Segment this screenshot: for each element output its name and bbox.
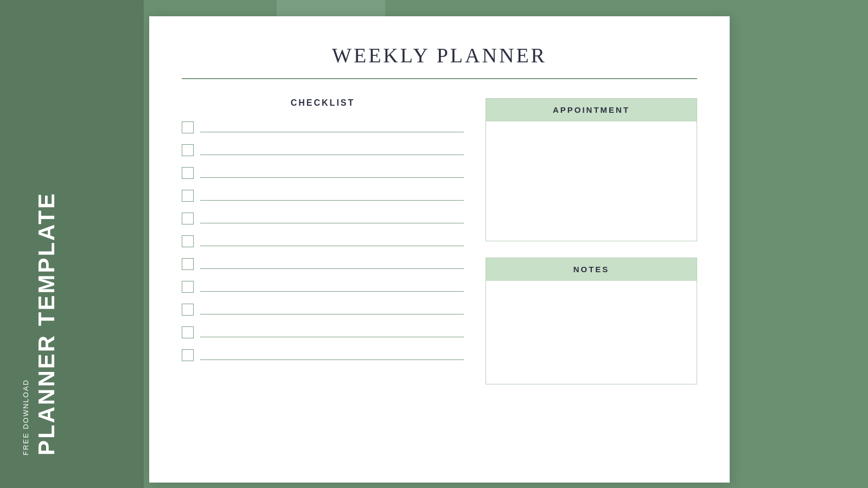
notes-header: NOTES [486, 258, 697, 281]
checkbox-5[interactable] [182, 213, 194, 224]
checklist-line-5 [200, 223, 464, 223]
checklist-line-1 [200, 132, 464, 132]
checklist-line-11 [200, 359, 464, 360]
checklist-items-list [182, 121, 464, 372]
checklist-line-9 [200, 314, 464, 314]
checklist-item [182, 190, 464, 203]
checklist-line-4 [200, 200, 464, 201]
checkbox-9[interactable] [182, 304, 194, 316]
page-title: WEEKLY PLANNER [182, 43, 697, 67]
checklist-line-7 [200, 268, 464, 269]
checkbox-6[interactable] [182, 235, 194, 247]
checkbox-10[interactable] [182, 326, 194, 338]
checkbox-7[interactable] [182, 258, 194, 270]
appointment-panel: APPOINTMENT [486, 98, 697, 241]
checklist-line-3 [200, 177, 464, 178]
checklist-item [182, 281, 464, 294]
right-column: APPOINTMENT NOTES [486, 98, 697, 451]
checklist-item [182, 121, 464, 134]
checkbox-3[interactable] [182, 167, 194, 179]
sidebar-free-download-label: FREE DOWNLOAD [22, 379, 30, 455]
checklist-item [182, 144, 464, 157]
appointment-body[interactable] [486, 121, 697, 241]
checklist-item [182, 213, 464, 226]
notes-body[interactable] [486, 281, 697, 384]
top-tab-decoration [277, 0, 385, 16]
checkbox-2[interactable] [182, 144, 194, 156]
title-divider [182, 78, 697, 79]
checklist-item [182, 349, 464, 362]
checklist-line-8 [200, 291, 464, 292]
checkbox-4[interactable] [182, 190, 194, 202]
checkbox-1[interactable] [182, 121, 194, 133]
notes-panel: NOTES [486, 258, 697, 384]
appointment-header: APPOINTMENT [486, 99, 697, 121]
content-row: CHECKLIST [182, 98, 697, 451]
sidebar: FREE DOWNLOAD PLANNER TEMPLATE [0, 0, 144, 488]
checklist-column: CHECKLIST [182, 98, 464, 451]
checklist-line-2 [200, 155, 464, 155]
checklist-item [182, 235, 464, 248]
checkbox-11[interactable] [182, 349, 194, 361]
checklist-line-6 [200, 246, 464, 246]
checklist-line-10 [200, 337, 464, 337]
appointment-title: APPOINTMENT [553, 105, 630, 114]
checklist-item [182, 167, 464, 180]
paper: WEEKLY PLANNER CHECKLIST [149, 16, 730, 483]
checklist-title: CHECKLIST [182, 98, 464, 108]
checklist-item [182, 304, 464, 317]
checklist-item [182, 258, 464, 271]
notes-title: NOTES [573, 265, 610, 274]
sidebar-planner-template-label: PLANNER TEMPLATE [35, 192, 58, 455]
checklist-item [182, 326, 464, 339]
checkbox-8[interactable] [182, 281, 194, 293]
